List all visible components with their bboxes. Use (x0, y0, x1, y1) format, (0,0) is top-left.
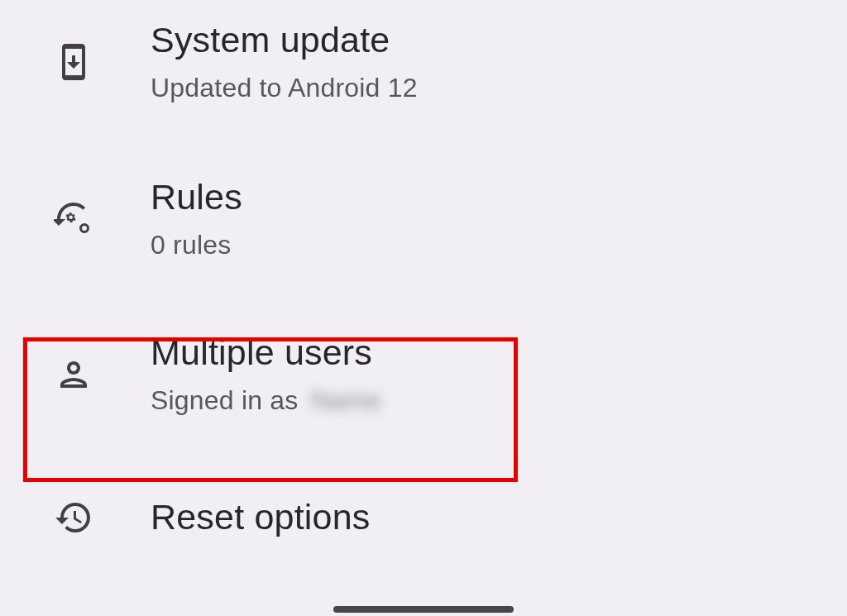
settings-item-system-update[interactable]: System update Updated to Android 12 (0, 7, 847, 146)
settings-item-subtitle: Signed in as Name (151, 384, 382, 416)
signed-in-name: Name (311, 384, 382, 416)
settings-item-reset-options[interactable]: Reset options (0, 452, 847, 546)
settings-item-texts: Reset options (151, 497, 371, 537)
settings-item-texts: Multiple users Signed in as Name (151, 332, 382, 417)
history-icon (51, 498, 96, 537)
settings-item-title: Rules (151, 177, 242, 217)
person-icon (51, 355, 96, 394)
settings-list: System update Updated to Android 12 Rule… (0, 0, 847, 547)
settings-item-title: Multiple users (151, 332, 382, 373)
settings-item-rules[interactable]: Rules 0 rules (0, 146, 847, 304)
system-update-icon (51, 42, 96, 82)
signed-in-prefix: Signed in as (151, 385, 299, 415)
settings-item-subtitle: Updated to Android 12 (151, 72, 418, 103)
settings-item-texts: Rules 0 rules (151, 177, 242, 261)
settings-item-subtitle: 0 rules (151, 229, 242, 260)
settings-item-multiple-users[interactable]: Multiple users Signed in as Name (0, 304, 847, 453)
settings-item-texts: System update Updated to Android 12 (151, 20, 418, 104)
rules-icon (51, 199, 96, 239)
settings-item-title: System update (151, 20, 418, 60)
settings-item-title: Reset options (151, 497, 371, 537)
navigation-handle[interactable] (333, 606, 514, 613)
